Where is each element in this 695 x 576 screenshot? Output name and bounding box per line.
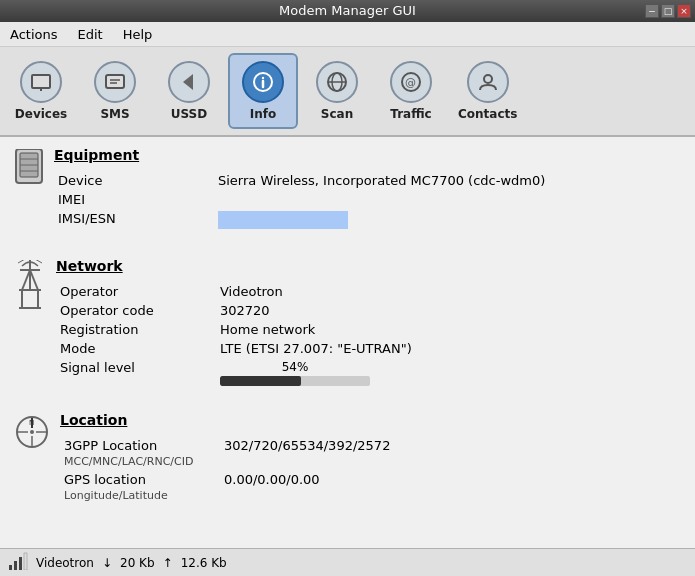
equipment-title: Equipment	[54, 147, 549, 163]
statusbar: Videotron ↓ 20 Kb ↑ 12.6 Kb	[0, 548, 695, 576]
operator-value: Videotron	[216, 282, 416, 301]
signal-fill	[220, 376, 301, 386]
device-label: Device	[54, 171, 214, 190]
toolbar-contacts-button[interactable]: Contacts	[450, 53, 525, 129]
toolbar-info-button[interactable]: Info	[228, 53, 298, 129]
svg-rect-3	[106, 75, 124, 88]
table-row: Operator Videotron	[56, 282, 416, 301]
svg-line-24	[30, 270, 38, 290]
table-row: IMSI/ESN	[54, 209, 549, 234]
svg-marker-6	[183, 74, 193, 90]
sms-label: SMS	[100, 107, 129, 121]
maximize-button[interactable]: □	[661, 4, 675, 18]
svg-text:@: @	[405, 76, 416, 89]
network-table: Operator Videotron Operator code 302720 …	[56, 282, 416, 388]
svg-text:N: N	[29, 419, 34, 427]
location-title: Location	[60, 412, 394, 428]
titlebar: Modem Manager GUI − □ ×	[0, 0, 695, 22]
menu-help[interactable]: Help	[119, 27, 157, 42]
window-controls[interactable]: − □ ×	[645, 4, 691, 18]
operator-label: Operator	[56, 282, 216, 301]
network-title: Network	[56, 258, 416, 274]
toolbar: Devices SMS USSD Info	[0, 47, 695, 137]
info-label: Info	[250, 107, 276, 121]
toolbar-traffic-button[interactable]: @ Traffic	[376, 53, 446, 129]
toolbar-ussd-button[interactable]: USSD	[154, 53, 224, 129]
toolbar-devices-button[interactable]: Devices	[6, 53, 76, 129]
imei-label: IMEI	[54, 190, 214, 209]
menu-actions[interactable]: Actions	[6, 27, 62, 42]
upload-speed: 12.6 Kb	[181, 556, 227, 570]
svg-line-23	[22, 270, 30, 290]
traffic-icon: @	[390, 61, 432, 103]
signal-percent: 54%	[220, 360, 370, 374]
sms-icon	[94, 61, 136, 103]
equipment-section: Equipment Device Sierra Wireless, Incorp…	[14, 147, 681, 244]
gps-location-value: 0.00/0.00/0.00	[220, 470, 394, 504]
network-section: Network Operator Videotron Operator code…	[14, 258, 681, 398]
table-row: Operator code 302720	[56, 301, 416, 320]
svg-rect-0	[32, 75, 50, 88]
table-row: 3GPP Location MCC/MNC/LAC/RNC/CID 302/72…	[60, 436, 394, 470]
signal-bar	[220, 376, 370, 386]
location-icon: N	[14, 414, 50, 453]
contacts-icon	[467, 61, 509, 103]
3gpp-location-label: 3GPP Location MCC/MNC/LAC/RNC/CID	[60, 436, 220, 470]
location-section: N Location 3GPP Location MCC/MNC/LAC/RNC…	[14, 412, 681, 514]
equipment-icon	[14, 149, 44, 188]
equipment-table: Device Sierra Wireless, Incorporated MC7…	[54, 171, 549, 234]
main-content: Equipment Device Sierra Wireless, Incorp…	[0, 137, 695, 548]
toolbar-scan-button[interactable]: Scan	[302, 53, 372, 129]
signal-value: 54%	[216, 358, 416, 388]
toolbar-sms-button[interactable]: SMS	[80, 53, 150, 129]
table-row: Mode LTE (ETSI 27.007: "E-UTRAN")	[56, 339, 416, 358]
table-row: Registration Home network	[56, 320, 416, 339]
info-icon	[242, 61, 284, 103]
imei-value	[214, 190, 549, 209]
ussd-icon	[168, 61, 210, 103]
svg-point-30	[30, 430, 34, 434]
location-table: 3GPP Location MCC/MNC/LAC/RNC/CID 302/72…	[60, 436, 394, 504]
scan-icon	[316, 61, 358, 103]
3gpp-location-value: 302/720/65534/392/2572	[220, 436, 394, 470]
imsi-value	[214, 209, 549, 234]
registration-value: Home network	[216, 320, 416, 339]
table-row: Device Sierra Wireless, Incorporated MC7…	[54, 171, 549, 190]
svg-rect-38	[19, 557, 22, 570]
minimize-button[interactable]: −	[645, 4, 659, 18]
device-value: Sierra Wireless, Incorporated MC7700 (cd…	[214, 171, 549, 190]
network-icon	[14, 260, 46, 313]
download-arrow: ↓	[102, 556, 112, 570]
svg-rect-36	[9, 565, 12, 570]
traffic-label: Traffic	[390, 107, 431, 121]
ussd-label: USSD	[171, 107, 207, 121]
contacts-label: Contacts	[458, 107, 517, 121]
download-speed: 20 Kb	[120, 556, 155, 570]
operator-code-label: Operator code	[56, 301, 216, 320]
svg-point-15	[484, 75, 492, 83]
devices-icon	[20, 61, 62, 103]
table-row: Signal level 54%	[56, 358, 416, 388]
svg-rect-37	[14, 561, 17, 570]
mode-value: LTE (ETSI 27.007: "E-UTRAN")	[216, 339, 416, 358]
svg-point-9	[262, 77, 264, 79]
gps-location-label: GPS location Longitude/Latitude	[60, 470, 220, 504]
mode-label: Mode	[56, 339, 216, 358]
table-row: GPS location Longitude/Latitude 0.00/0.0…	[60, 470, 394, 504]
menubar: Actions Edit Help	[0, 22, 695, 47]
close-button[interactable]: ×	[677, 4, 691, 18]
menu-edit[interactable]: Edit	[74, 27, 107, 42]
devices-label: Devices	[15, 107, 67, 121]
signal-bars-icon	[8, 552, 28, 573]
svg-rect-39	[24, 553, 27, 570]
carrier-name: Videotron	[36, 556, 94, 570]
scan-label: Scan	[321, 107, 353, 121]
signal-label: Signal level	[56, 358, 216, 388]
upload-arrow: ↑	[163, 556, 173, 570]
registration-label: Registration	[56, 320, 216, 339]
table-row: IMEI	[54, 190, 549, 209]
app-title: Modem Manager GUI	[279, 3, 416, 18]
imsi-label: IMSI/ESN	[54, 209, 214, 234]
operator-code-value: 302720	[216, 301, 416, 320]
